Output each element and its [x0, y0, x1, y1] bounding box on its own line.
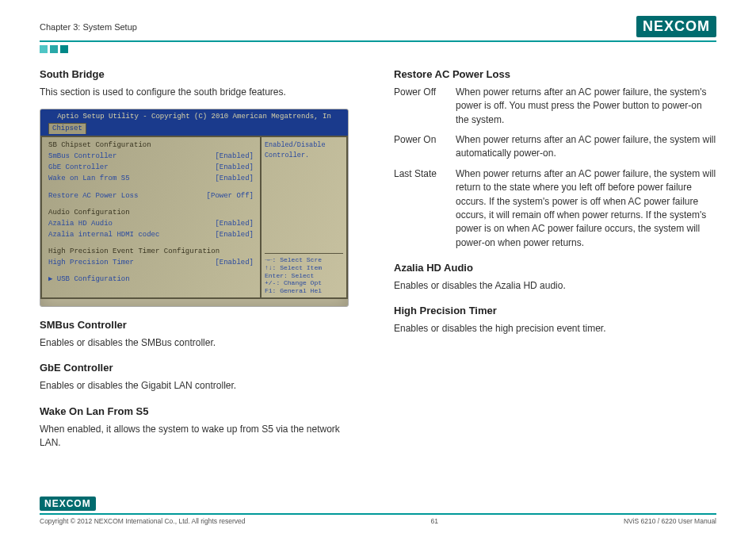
bios-row-azalia: Azalia HD Audio[Enabled] — [48, 219, 254, 229]
bios-help-desc: Enabled/Disable Controller. — [265, 140, 343, 160]
hpet-heading: High Precision Timer — [394, 304, 716, 319]
gbe-heading: GbE Controller — [40, 361, 362, 376]
bios-left-panel: SB Chipset Configuration SmBus Controlle… — [40, 136, 261, 299]
hpet-desc: Enables or disables the high precision e… — [394, 322, 716, 336]
restore-desc-laststate: When power returns after an AC power fai… — [456, 167, 716, 250]
bios-section-audio: Audio Configuration — [48, 208, 254, 218]
bios-row-smbus: SmBus Controller[Enabled] — [48, 151, 254, 162]
nexcom-logo: NEXCOM — [636, 16, 716, 37]
smbus-desc: Enables or disables the SMBus controller… — [40, 336, 362, 350]
bios-tab-row: Chipset — [40, 123, 348, 136]
bios-usb-config: ▶ USB Configuration — [48, 274, 254, 285]
restore-desc-poweroff: When power returns after an AC power fai… — [456, 86, 716, 127]
wol-desc: When enabled, it allows the system to wa… — [40, 423, 362, 451]
footer-copyright: Copyright © 2012 NEXCOM International Co… — [40, 517, 246, 525]
wol-heading: Wake On Lan From S5 — [40, 405, 362, 420]
gbe-desc: Enables or disables the Gigabit LAN cont… — [40, 379, 362, 393]
restore-term-laststate: Last State — [394, 167, 449, 250]
restore-term-poweron: Power On — [394, 133, 449, 161]
nexcom-logo-footer: NEXCOM — [40, 497, 96, 511]
bios-help-keys: →←: Select Scre ↑↓: Select Item Enter: S… — [265, 253, 343, 294]
page-header: Chapter 3: System Setup NEXCOM — [40, 16, 716, 37]
south-bridge-desc: This section is used to configure the so… — [40, 86, 362, 99]
south-bridge-heading: South Bridge — [40, 67, 362, 82]
restore-definitions: Power Off When power returns after an AC… — [394, 86, 716, 250]
bios-row-hdmi: Azalia internal HDMI codec[Enabled] — [48, 230, 254, 240]
azalia-heading: Azalia HD Audio — [394, 261, 716, 276]
restore-desc-poweron: When power returns after an AC power fai… — [456, 133, 716, 161]
bios-right-panel: Enabled/Disable Controller. →←: Select S… — [261, 136, 348, 299]
bios-section-hpet: High Precision Event Timer Configuration — [48, 247, 254, 257]
bios-row-wol: Wake on Lan from S5[Enabled] — [48, 174, 254, 184]
left-column: South Bridge This section is used to con… — [40, 67, 362, 450]
bios-title: Aptio Setup Utility - Copyright (C) 2010… — [40, 109, 348, 123]
bios-tab-chipset: Chipset — [48, 123, 86, 134]
restore-term-poweroff: Power Off — [394, 86, 449, 127]
decorative-squares — [40, 45, 716, 53]
footer-manual: NViS 6210 / 6220 User Manual — [624, 517, 716, 525]
right-column: Restore AC Power Loss Power Off When pow… — [394, 67, 716, 450]
bios-section-sb: SB Chipset Configuration — [48, 140, 254, 151]
bios-row-restore: Restore AC Power Loss[Power Off] — [48, 191, 254, 201]
footer-page-number: 61 — [431, 517, 438, 525]
page-footer: NEXCOM Copyright © 2012 NEXCOM Internati… — [40, 497, 716, 525]
restore-heading: Restore AC Power Loss — [394, 67, 716, 82]
header-rule — [40, 40, 716, 42]
chapter-label: Chapter 3: System Setup — [40, 22, 137, 32]
smbus-heading: SMBus Controller — [40, 318, 362, 333]
bios-screenshot: Aptio Setup Utility - Copyright (C) 2010… — [40, 109, 349, 307]
footer-rule — [40, 513, 716, 515]
azalia-desc: Enables or disables the Azalia HD audio. — [394, 279, 716, 293]
bios-row-hpet: High Precision Timer[Enabled] — [48, 258, 254, 268]
bios-row-gbe: GbE Controller[Enabled] — [48, 163, 254, 173]
